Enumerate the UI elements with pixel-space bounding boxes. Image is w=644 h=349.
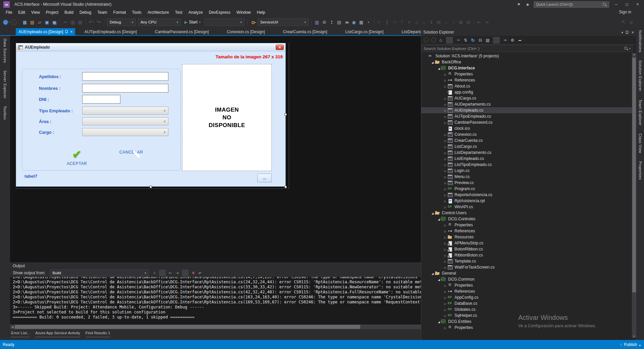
- expander-icon[interactable]: [437, 277, 441, 282]
- se-forward-icon[interactable]: [430, 37, 437, 44]
- tab-auempleado-design[interactable]: AUEmpleado.cs [Design] ×: [16, 28, 75, 35]
- tool-window-tab[interactable]: Notifications: [638, 30, 642, 52]
- resize-handle-corner[interactable]: [284, 186, 287, 188]
- window-position-icon[interactable]: [622, 30, 623, 35]
- close-tab-icon[interactable]: ×: [70, 30, 72, 34]
- tree-item[interactable]: WinAPI.cs: [421, 204, 632, 210]
- tree-item[interactable]: ReporteAsistencia.cs: [421, 192, 632, 198]
- chevron-more-icon[interactable]: [365, 18, 372, 26]
- build-output-text[interactable]: 2>D:\Augustus\Proyectos\DCG Tec\Control …: [10, 277, 421, 325]
- message-filter-icon[interactable]: [151, 270, 158, 276]
- align-lefts-icon[interactable]: [376, 18, 383, 26]
- tool-window-tab[interactable]: Azure App Service Activity: [35, 331, 80, 338]
- tree-item[interactable]: DCG.Common: [421, 276, 632, 282]
- solution-explorer-header[interactable]: Solution Explorer: [421, 28, 636, 36]
- sign-in-link[interactable]: Sign in: [619, 10, 631, 14]
- se-back-icon[interactable]: [423, 37, 429, 44]
- print-icon[interactable]: [335, 18, 343, 26]
- menu-item[interactable]: Help: [254, 9, 268, 15]
- tree-item[interactable]: Properties: [421, 282, 632, 288]
- align-middles-icon[interactable]: [406, 18, 413, 26]
- tool-window-tab[interactable]: Class View: [638, 133, 642, 153]
- tree-item[interactable]: Preview.cs: [421, 180, 632, 186]
- tree-item[interactable]: Properties: [421, 222, 632, 228]
- same-width-icon[interactable]: [420, 18, 428, 26]
- expander-icon[interactable]: [430, 271, 435, 276]
- expander-icon[interactable]: [443, 156, 447, 161]
- align-bottoms-icon[interactable]: [413, 18, 420, 26]
- tree-item[interactable]: Properties: [421, 71, 632, 77]
- expander-icon[interactable]: [443, 132, 447, 137]
- extensions-icon[interactable]: [313, 18, 321, 26]
- guides-icon[interactable]: [483, 18, 490, 26]
- menu-item[interactable]: File: [3, 9, 15, 15]
- expander-icon[interactable]: [443, 96, 447, 101]
- tree-item[interactable]: Solution 'ACS.Interface' (5 projects): [421, 53, 632, 59]
- se-sync-icon[interactable]: [462, 37, 469, 44]
- menu-item[interactable]: Tools: [129, 9, 145, 15]
- minimize-button[interactable]: –: [612, 1, 620, 8]
- tree-item[interactable]: Conexion.cs: [421, 131, 632, 137]
- browse-image-button[interactable]: ...: [257, 174, 272, 182]
- expander-icon[interactable]: [443, 174, 447, 179]
- tree-item[interactable]: RibbonBoton.cs: [421, 252, 632, 258]
- document-tab[interactable]: CrearCuenta.cs [Design]: [274, 28, 336, 35]
- tool-window-tab[interactable]: Server Explorer: [3, 70, 7, 99]
- document-tab[interactable]: AUTipoEmpleado.cs [Design]: [75, 28, 146, 35]
- tree-item[interactable]: DCG.Controles: [421, 216, 632, 222]
- field-control[interactable]: ∨: [82, 128, 168, 136]
- tool-window-tab[interactable]: Solution Explorer: [638, 60, 642, 91]
- designer-surface[interactable]: AUEmpleado ✕ Tamaño de la imagen 267 x 3…: [10, 36, 421, 263]
- sep[interactable]: [182, 270, 189, 276]
- menu-item[interactable]: Project: [43, 9, 61, 15]
- add-item-icon[interactable]: [29, 18, 36, 26]
- expander-icon[interactable]: [443, 168, 447, 173]
- scroll-down-icon[interactable]: ▼: [632, 335, 636, 338]
- expander-icon[interactable]: [437, 66, 441, 70]
- resize-handle-bottom[interactable]: [150, 186, 152, 188]
- web-icon[interactable]: [350, 18, 358, 26]
- cancel-button[interactable]: CANCELAR: [119, 149, 144, 155]
- solution-configuration-dropdown[interactable]: Debug ▾: [107, 18, 136, 26]
- attach-dropdown[interactable]: ▾: [204, 18, 245, 26]
- expander-icon[interactable]: [443, 180, 447, 185]
- undo-icon[interactable]: [88, 18, 95, 26]
- team-icon[interactable]: [343, 18, 350, 26]
- tree-item[interactable]: Program.cs: [421, 186, 632, 192]
- tool-window-tab[interactable]: Properties: [638, 161, 642, 180]
- winforms-designer-form[interactable]: AUEmpleado ✕ Tamaño de la imagen 267 x 3…: [16, 43, 286, 187]
- tree-item[interactable]: Menu.cs: [421, 174, 632, 180]
- document-tab[interactable]: ListCargo.cs [Design]: [336, 28, 392, 35]
- sep[interactable]: [446, 37, 453, 44]
- open-file-icon[interactable]: [36, 18, 43, 26]
- menu-item[interactable]: Format: [110, 9, 129, 15]
- se-pending-icon[interactable]: [455, 37, 462, 44]
- tree-item[interactable]: ListCargo.cs: [421, 143, 632, 150]
- expander-icon[interactable]: [443, 241, 447, 245]
- save-icon[interactable]: [43, 18, 51, 26]
- tree-item[interactable]: CrearCuenta.cs: [421, 137, 632, 143]
- expander-icon[interactable]: [443, 186, 447, 191]
- expander-icon[interactable]: [443, 144, 447, 149]
- expander-icon[interactable]: [443, 265, 447, 270]
- dock-icon[interactable]: [627, 18, 635, 26]
- expander-icon[interactable]: [443, 120, 447, 125]
- expander-icon[interactable]: [443, 283, 447, 288]
- tree-item[interactable]: AppConfig.cs: [421, 294, 632, 300]
- expander-icon[interactable]: [443, 84, 447, 89]
- expander-icon[interactable]: [437, 319, 441, 324]
- scroll-left-icon[interactable]: ◀: [10, 326, 15, 329]
- tool-window-tab[interactable]: Data Sources: [3, 39, 7, 63]
- solution-explorer-search-input[interactable]: Search Solution Explorer (Ctrl+´) ▾: [422, 45, 633, 52]
- bring-front-icon[interactable]: [457, 18, 465, 26]
- close-button[interactable]: ×: [634, 1, 641, 8]
- tree-item[interactable]: Resources: [421, 234, 632, 240]
- tree-item[interactable]: BotonRibbon.cs: [421, 246, 632, 252]
- expander-icon[interactable]: [437, 217, 441, 221]
- sep[interactable]: [493, 37, 500, 44]
- expander-icon[interactable]: [443, 162, 447, 167]
- redo-icon[interactable]: [95, 18, 102, 26]
- expander-icon[interactable]: [443, 150, 447, 155]
- se-wrench-icon[interactable]: [509, 37, 516, 44]
- expander-icon[interactable]: [443, 289, 447, 294]
